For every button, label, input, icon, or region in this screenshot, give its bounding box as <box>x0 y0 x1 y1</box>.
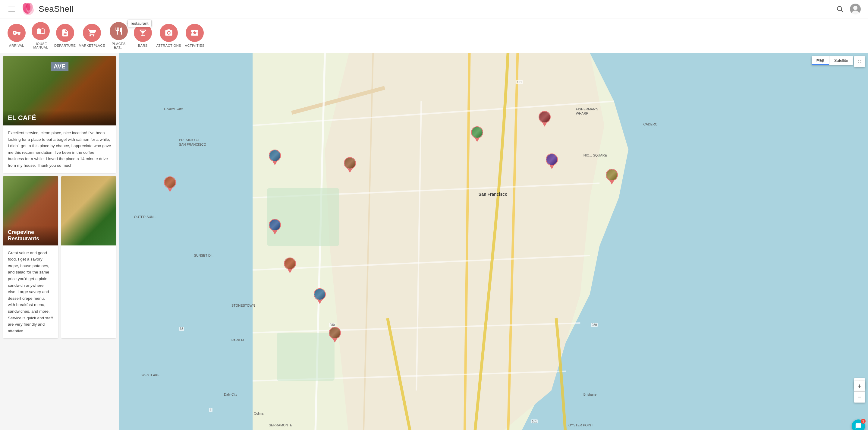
places-eat-label: PLACESEAT... <box>112 42 126 49</box>
food-image <box>61 176 116 246</box>
map-zoom-out[interactable]: − <box>854 392 865 403</box>
map-toggle-map[interactable]: Map <box>812 56 829 65</box>
nav-item-attractions[interactable]: ATTRACTIONS <box>156 24 181 47</box>
card-el-cafe[interactable]: EL CAFÉ Excellent service, clean place, … <box>3 56 116 173</box>
card-food[interactable] <box>61 176 116 339</box>
nav-categories: ARRIVAL HOUSEMANUAL DEPARTURE MARKETPLAC… <box>0 19 868 53</box>
hamburger-line <box>8 11 15 11</box>
map-background <box>119 53 868 430</box>
map-pin-2[interactable] <box>269 149 281 165</box>
departure-icon <box>61 29 69 37</box>
map-pin-10[interactable] <box>314 288 326 304</box>
map-pin-1[interactable] <box>164 176 176 192</box>
activities-icon <box>190 29 199 37</box>
card-crepevine[interactable]: Crepevine Restaurants Great value and go… <box>3 176 58 339</box>
hamburger-menu[interactable] <box>7 5 16 13</box>
hamburger-line <box>8 9 15 9</box>
el-cafe-description: Excellent service, clean place, nice loc… <box>3 125 116 173</box>
places-eat-icon <box>115 27 123 35</box>
nav-item-places-eat[interactable]: PLACESEAT... restaurant <box>108 22 129 49</box>
svg-rect-24 <box>277 333 335 381</box>
marketplace-icon <box>88 29 96 37</box>
places-eat-tooltip: restaurant <box>127 20 152 27</box>
app-title: SeaShell <box>38 4 73 14</box>
map-pin-5[interactable] <box>538 111 551 127</box>
logo-icon <box>21 2 36 16</box>
chat-icon <box>855 423 862 429</box>
bars-label: BARS <box>138 44 148 47</box>
map-pin-4[interactable] <box>471 126 483 142</box>
header: SeaShell <box>0 0 868 19</box>
map-pin-3[interactable] <box>344 157 356 173</box>
svg-rect-23 <box>267 188 339 246</box>
cards-panel: EL CAFÉ Excellent service, clean place, … <box>0 53 119 430</box>
chat-bubble[interactable]: 1 <box>852 420 865 430</box>
map-satellite-toggle: Map Satellite <box>812 56 853 65</box>
nav-item-activities[interactable]: ACTIVITIES <box>184 24 205 47</box>
map-zoom-controls: + − <box>854 381 865 403</box>
hamburger-line <box>8 7 15 7</box>
marketplace-label: MARKETPLACE <box>79 44 105 47</box>
arrival-label: ARRIVAL <box>9 44 24 47</box>
departure-circle <box>56 24 74 42</box>
map-pin-8[interactable] <box>269 219 281 235</box>
house-manual-icon <box>36 27 45 35</box>
main-layout: EL CAFÉ Excellent service, clean place, … <box>0 53 868 430</box>
attractions-icon <box>164 29 173 37</box>
map-pin-9[interactable] <box>284 258 296 273</box>
activities-circle <box>186 24 204 42</box>
avatar-button[interactable] <box>850 4 861 15</box>
fullscreen-icon <box>857 59 862 64</box>
house-manual-circle <box>32 22 50 40</box>
nav-item-bars[interactable]: BARS <box>132 24 153 47</box>
svg-point-7 <box>853 6 858 10</box>
map-zoom-in[interactable]: + <box>854 381 865 392</box>
activities-label: ACTIVITIES <box>185 44 205 47</box>
bars-icon <box>138 29 147 37</box>
map-panel: PRESIDIO OFSAN FRANCISCO FISHERMAN'SWHAR… <box>119 53 868 430</box>
search-button[interactable] <box>836 5 844 13</box>
search-icon <box>836 5 844 13</box>
cards-row: Crepevine Restaurants Great value and go… <box>3 176 116 339</box>
house-manual-label: HOUSEMANUAL <box>33 42 48 49</box>
departure-label: DEPARTURE <box>54 44 76 47</box>
el-cafe-image: EL CAFÉ <box>3 56 116 125</box>
places-eat-circle <box>110 22 128 40</box>
nav-item-departure[interactable]: DEPARTURE <box>54 24 76 47</box>
crepevine-title: Crepevine Restaurants <box>3 226 58 246</box>
map-pin-6[interactable] <box>546 153 558 169</box>
nav-item-arrival[interactable]: ARRIVAL <box>6 24 27 47</box>
avatar-icon <box>850 4 861 15</box>
header-right <box>836 4 861 15</box>
crepevine-image: Crepevine Restaurants <box>3 176 58 246</box>
arrival-icon <box>12 29 21 37</box>
nav-item-house-manual[interactable]: HOUSEMANUAL <box>30 22 51 49</box>
arrival-circle <box>7 24 26 42</box>
map-pin-7[interactable] <box>606 169 618 184</box>
crepevine-description: Great value and good food. I get a savor… <box>3 246 58 339</box>
map-fullscreen-button[interactable] <box>854 56 865 67</box>
attractions-circle <box>160 24 178 42</box>
map-toggle-satellite[interactable]: Satellite <box>830 56 853 65</box>
nav-item-marketplace[interactable]: MARKETPLACE <box>79 24 105 47</box>
svg-line-5 <box>841 10 843 12</box>
el-cafe-title: EL CAFÉ <box>3 110 116 125</box>
chat-badge: 1 <box>861 419 866 424</box>
logo-wrap: SeaShell <box>21 2 73 16</box>
marketplace-circle <box>83 24 101 42</box>
header-left: SeaShell <box>7 2 73 16</box>
attractions-label: ATTRACTIONS <box>156 44 181 47</box>
map-pin-11[interactable] <box>329 327 341 343</box>
